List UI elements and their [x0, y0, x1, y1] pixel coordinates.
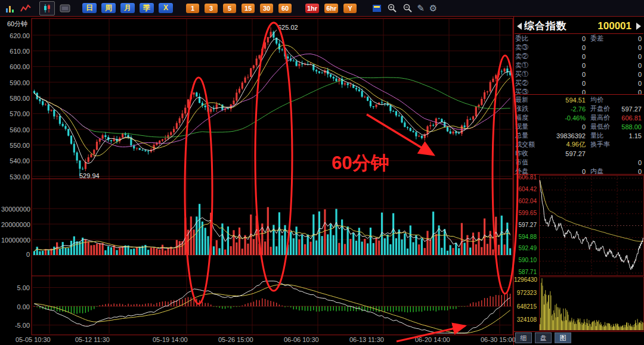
bidask-value-2: 0 — [618, 35, 642, 42]
stat-value: 594.51 — [544, 97, 586, 104]
stat-value-2: 0 — [618, 159, 642, 166]
bidask-value: 0 — [544, 44, 586, 51]
stat-label-2: 换手率 — [590, 140, 618, 149]
intraday-mini-volume[interactable] — [539, 276, 644, 331]
intraday-mini-chart[interactable] — [539, 175, 644, 276]
panel-tabs: 细 盘 图 — [515, 332, 574, 343]
stat-label: 市值 — [515, 158, 544, 167]
prev-stock-icon[interactable] — [517, 23, 522, 30]
tab-detail[interactable]: 细 — [515, 332, 532, 343]
next-stock-icon[interactable] — [636, 23, 641, 30]
bidask-row: 卖② 0 0 — [515, 52, 642, 61]
stat-label: 昨收 — [515, 149, 544, 158]
bidask-label-2: 委差 — [590, 34, 618, 43]
stat-label: 幅度 — [515, 113, 544, 122]
stat-value-2: 606.81 — [618, 114, 642, 122]
bidask-label: 委比 — [515, 34, 544, 43]
bidask-value-2: 0 — [618, 71, 642, 78]
bidask-label: 买① — [515, 70, 544, 79]
bidask-value: 0 — [544, 35, 586, 42]
panel-separator — [514, 331, 644, 332]
stat-value: 4.96亿 — [544, 140, 586, 149]
mini-axis-label: 597.27 — [514, 222, 537, 228]
trading-app-window: 日 周 月 季 X 1 3 5 15 30 60 1hr 6hr Y ✎ ⚙ 6… — [0, 0, 644, 345]
bidask-value: 0 — [544, 53, 586, 60]
stat-row: 成交额 4.96亿 换手率 — [515, 140, 642, 149]
mini-axis-label: 592.49 — [514, 245, 537, 251]
bidask-table: 委比 0 委差 0卖③ 0 0卖② 0 0卖① 0 0买① 0 0买② 0 0买… — [515, 34, 642, 94]
panel-separator — [514, 174, 644, 175]
bidask-label: 卖① — [515, 61, 544, 70]
bidask-value-2: 0 — [618, 62, 642, 69]
main-chart-svg[interactable] — [0, 0, 514, 345]
stat-label-2: 最低价 — [590, 122, 618, 131]
mini-axis-label: 604.42 — [514, 186, 537, 192]
stat-value: -2.76 — [544, 105, 586, 113]
stat-label-2: 开盘价 — [590, 104, 618, 113]
stat-row: 总量 39836392 量比 1.15 — [515, 131, 642, 140]
stat-row: 昨收 597.27 — [515, 149, 642, 158]
stat-row: 涨跌 -2.76 开盘价 597.27 — [515, 104, 642, 113]
bidask-label: 卖② — [515, 52, 544, 61]
mini-axis-label: 594.88 — [514, 234, 537, 240]
bidask-row: 买② 0 0 — [515, 79, 642, 88]
stat-label: 最新 — [515, 95, 544, 104]
stat-value: 39836392 — [544, 132, 586, 139]
mini-volume-axis-label: 1296430 — [514, 276, 537, 283]
stat-label: 总量 — [515, 131, 544, 140]
bidask-value: 0 — [544, 62, 586, 69]
stats-table: 最新 594.51 均价 涨跌 -2.76 开盘价 597.27幅度 -0.46… — [515, 95, 642, 173]
bidask-value-2: 0 — [618, 80, 642, 87]
stat-label-2: 量比 — [590, 131, 618, 140]
mini-axis-label: 599.65 — [514, 210, 537, 216]
bidask-row: 卖③ 0 0 — [515, 43, 642, 52]
bidask-value-2: 0 — [618, 53, 642, 60]
stat-value: 597.27 — [544, 150, 586, 157]
mini-volume-axis-label: 648215 — [514, 303, 537, 310]
mini-volume-axis-label: 324108 — [514, 316, 537, 323]
bidask-value: 0 — [544, 71, 586, 78]
stat-label-2: 最高价 — [590, 113, 618, 122]
stat-label: 涨跌 — [515, 104, 544, 113]
panel-divider — [513, 17, 514, 345]
stat-label: 成交额 — [515, 140, 544, 149]
mini-volume-axis-label: 972323 — [514, 290, 537, 296]
stat-row: 市值 0 — [515, 158, 642, 167]
stat-label-2: 均价 — [590, 95, 618, 104]
bidask-row: 委比 0 委差 0 — [515, 34, 642, 43]
stock-code: 100001 — [573, 20, 634, 32]
mini-axis-label: 602.04 — [514, 198, 537, 204]
stat-value: -0.46% — [544, 114, 586, 122]
stat-value-2: 597.27 — [618, 105, 642, 113]
stat-row: 最新 594.51 均价 — [515, 95, 642, 104]
stat-label: 现量 — [515, 122, 544, 131]
stat-value: 0 — [544, 123, 586, 130]
quote-header: 综合指数 100001 — [515, 18, 643, 34]
stat-value-2: 1.15 — [618, 132, 642, 139]
stat-row: 现量 0 最低价 588.00 — [515, 122, 642, 131]
bidask-value: 0 — [544, 80, 586, 87]
stock-name: 综合指数 — [524, 19, 567, 33]
mini-axis-label: 590.10 — [514, 257, 537, 263]
bidask-value-2: 0 — [618, 44, 642, 51]
panel-separator — [514, 94, 644, 95]
stat-row: 幅度 -0.46% 最高价 606.81 — [515, 113, 642, 122]
bidask-row: 卖① 0 0 — [515, 61, 642, 70]
bidask-label: 买② — [515, 79, 544, 88]
mini-axis-label: 587.71 — [514, 269, 537, 275]
bidask-row: 买① 0 0 — [515, 70, 642, 79]
bidask-label: 卖③ — [515, 43, 544, 52]
tab-orders[interactable]: 盘 — [535, 332, 552, 343]
tab-chart[interactable]: 图 — [555, 332, 571, 343]
stat-value-2: 588.00 — [618, 123, 642, 130]
